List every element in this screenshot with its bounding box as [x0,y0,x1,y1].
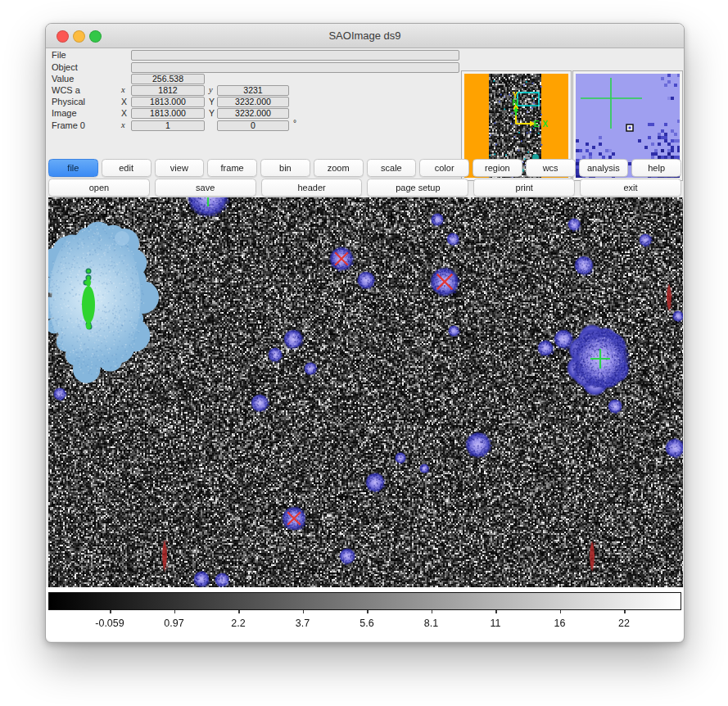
wcs-x-field[interactable]: 1812 [131,85,205,96]
ds9-window: SAOImage ds9 File Object Value 256.538 W… [45,23,685,643]
image-x-label: X [121,108,127,118]
menu-button-file[interactable]: file [48,159,98,177]
physical-y-label: Y [209,97,215,106]
titlebar[interactable]: SAOImage ds9 [46,24,684,48]
frame-zoom-label: x [121,120,125,129]
menu-button-region[interactable]: region [473,159,522,177]
menu-button-view[interactable]: view [155,159,205,177]
file-menu-button-header[interactable]: header [261,179,363,197]
menubar: fileeditviewframebinzoomscalecolorregion… [48,159,681,177]
colorbar-tick [238,610,240,613]
colorbar-tick-label: 11 [491,618,501,629]
wcs-label: WCS a [52,85,80,95]
colorbar-tick [495,610,497,613]
file-label: File [52,50,66,60]
image-y-label: Y [209,108,215,118]
wcs-y-field[interactable]: 3231 [217,85,289,96]
menu-button-color[interactable]: color [419,159,469,177]
filebar: opensaveheaderpage setupprintexit [48,179,681,197]
object-label: Object [52,62,78,72]
degree-symbol: ° [293,119,296,128]
colorbar-tick-label: -0.059 [95,618,124,629]
file-menu-button-open[interactable]: open [48,179,150,197]
colorbar-tick-label: 5.6 [359,618,373,629]
file-menu-button-save[interactable]: save [155,179,256,197]
menu-button-analysis[interactable]: analysis [579,159,629,177]
physical-label: Physical [52,97,85,106]
menu-button-bin[interactable]: bin [260,159,310,177]
wcs-x-label: x [121,85,125,94]
wcs-y-label: y [209,85,213,94]
frame-zoom-field[interactable]: 1 [131,120,205,131]
colorbar-tick [174,610,176,613]
value-label: Value [52,74,74,84]
value-field[interactable]: 256.538 [131,74,205,84]
object-field[interactable] [131,62,459,73]
image-y-field[interactable]: 3232.000 [217,108,289,119]
colorbar-tick-label: 2.2 [231,618,245,629]
desktop: SAOImage ds9 File Object Value 256.538 W… [0,0,728,706]
file-menu-button-print[interactable]: print [473,179,575,197]
physical-x-field[interactable]: 1813.000 [131,97,205,107]
colorbar-tick-label: 22 [618,618,630,629]
menu-button-wcs[interactable]: wcs [526,159,576,177]
colorbar-tick [624,610,626,613]
menu-button-zoom[interactable]: zoom [314,159,364,177]
physical-y-field[interactable]: 3232.000 [217,97,289,107]
menu-button-frame[interactable]: frame [207,159,257,177]
image-x-field[interactable]: 1813.000 [131,108,205,119]
frame-rotation-field[interactable]: 0 [217,120,289,131]
colorbar-tick [110,610,111,613]
colorbar-tick-label: 3.7 [296,618,310,629]
file-menu-button-page-setup[interactable]: page setup [367,179,468,197]
colorbar-tick [432,610,433,613]
colorbar-gradient[interactable] [48,592,681,610]
menu-button-scale[interactable]: scale [367,159,417,177]
colorbar-tick-label: 16 [554,618,566,629]
colorbar-tick [303,610,305,613]
colorbar-tick [560,610,562,613]
menu-button-help[interactable]: help [631,159,681,177]
frame-label: Frame 0 [52,120,85,130]
image-viewport[interactable] [48,197,683,587]
colorbar-tick [367,610,369,613]
window-title: SAOImage ds9 [46,29,684,42]
colorbar-section: -0.0590.972.23.75.68.1111622 [46,587,684,641]
image-label: Image [52,108,77,118]
file-field[interactable] [131,50,459,61]
colorbar-tick-label: 0.97 [164,618,183,629]
physical-x-label: X [121,97,127,106]
colorbar-tick-label: 8.1 [424,618,438,629]
menu-button-edit[interactable]: edit [102,159,151,177]
file-menu-button-exit[interactable]: exit [580,179,681,197]
